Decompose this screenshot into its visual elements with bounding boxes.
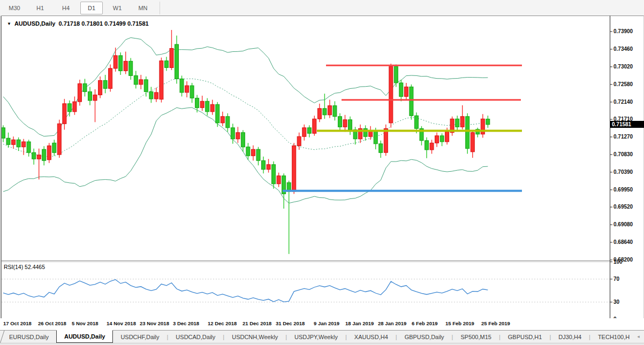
chart-dropdown-icon[interactable]: ▼	[7, 21, 11, 26]
price-axis-label: 0.71710	[613, 116, 633, 122]
chart-tab-eurusd[interactable]: EURUSD,Daily	[2, 331, 56, 343]
date-axis-label: 26 Oct 2018	[38, 320, 66, 326]
price-axis-label: 0.73020	[613, 64, 633, 70]
date-axis-label: 6 Feb 2019	[412, 320, 438, 326]
rsi-indicator-label: RSI(14) 52.4465	[4, 264, 45, 270]
chart-tab-audusd[interactable]: AUDUSD,Daily	[56, 330, 113, 343]
date-axis-label: 18 Jan 2019	[345, 320, 374, 326]
price-axis-label: 0.69520	[613, 204, 633, 210]
price-axis-label: 0.70390	[613, 169, 633, 175]
timeframe-button-d1[interactable]: D1	[80, 2, 103, 14]
chart-window: ▼AUDUSD,Daily 0.71718 0.71801 0.71499 0.…	[0, 16, 644, 345]
price-axis-label: 0.69950	[613, 187, 633, 193]
price-axis-label: 0.71270	[613, 134, 633, 140]
price-axis-label: 0.73900	[613, 28, 633, 34]
chart-ohlc-values: 0.71718 0.71801 0.71499 0.71581	[58, 20, 148, 27]
rsi-axis-label: 30	[613, 299, 619, 305]
timeframe-button-h4[interactable]: H4	[55, 2, 77, 14]
chart-tab-tech100[interactable]: TECH100,H	[590, 331, 637, 343]
chart-tab-gbpusd[interactable]: GBPUSD,H1	[501, 331, 550, 343]
price-axis-label: 0.73460	[613, 46, 633, 52]
rsi-axis-label: 70	[613, 276, 619, 282]
chart-tab-gbpusd[interactable]: GBPUSD,Daily	[397, 331, 452, 343]
date-axis-label: 28 Jan 2019	[378, 320, 406, 326]
timeframe-button-mn[interactable]: MN	[132, 2, 154, 14]
date-axis-label: 12 Dec 2018	[208, 320, 237, 326]
price-chart-canvas[interactable]	[0, 16, 644, 345]
date-axis-label: 15 Feb 2019	[445, 320, 474, 326]
rsi-axis-label: 100	[613, 259, 623, 265]
price-axis-label: 0.69080	[613, 221, 633, 227]
timeframe-toolbar: M30H1H4D1W1MN	[0, 0, 644, 16]
mt4-window: { "toolbar": { "timeframes": [ {"label":…	[0, 0, 644, 345]
chart-tab-bar: EURUSD,DailyAUDUSD,DailyUSDCHF,Daily|USD…	[0, 331, 644, 343]
chart-tab-dj30[interactable]: DJ30,H4	[551, 331, 589, 343]
chart-symbol-label: AUDUSD,Daily	[14, 20, 55, 27]
price-axis-label: 0.70830	[613, 151, 633, 157]
date-axis-label: 25 Feb 2019	[481, 320, 510, 326]
tab-scroll-left-icon[interactable]: ◂	[637, 334, 640, 339]
chart-tab-usdcad[interactable]: USDCAD,Daily	[168, 331, 223, 343]
chart-tab-usdchf[interactable]: USDCHF,Daily	[113, 331, 166, 343]
price-axis-label: 0.72580	[613, 81, 633, 87]
timeframe-button-m30[interactable]: M30	[3, 2, 26, 14]
date-axis-label: 21 Dec 2018	[243, 320, 271, 326]
chart-tab-xauusd[interactable]: XAUUSD,H4	[347, 331, 396, 343]
tab-scroll-arrows: ◂▸	[637, 331, 644, 343]
toolbar-separator	[160, 2, 160, 14]
date-axis-label: 31 Dec 2018	[276, 320, 305, 326]
timeframe-button-h1[interactable]: H1	[29, 2, 51, 14]
date-axis-label: 14 Nov 2018	[107, 320, 136, 326]
date-axis-label: 3 Dec 2018	[173, 320, 199, 326]
chart-tab-usdjpy[interactable]: USDJPY,Weekly	[287, 331, 345, 343]
chart-title: ▼AUDUSD,Daily 0.71718 0.71801 0.71499 0.…	[7, 20, 149, 27]
bottom-strip	[0, 343, 644, 345]
timeframe-button-w1[interactable]: W1	[106, 2, 128, 14]
timeframe-buttons: M30H1H4D1W1MN	[0, 2, 154, 14]
price-axis-label: 0.72140	[613, 99, 633, 105]
date-axis-label: 23 Nov 2018	[140, 320, 169, 326]
date-axis-label: 17 Oct 2018	[3, 320, 32, 326]
chart-tab-sp500[interactable]: SP500,M15	[453, 331, 498, 343]
date-axis-label: 9 Jan 2019	[314, 320, 339, 326]
date-axis-label: 5 Nov 2018	[72, 320, 99, 326]
chart-tab-usdcnh[interactable]: USDCNH,Weekly	[224, 331, 285, 343]
price-axis-label: 0.68640	[613, 239, 633, 245]
